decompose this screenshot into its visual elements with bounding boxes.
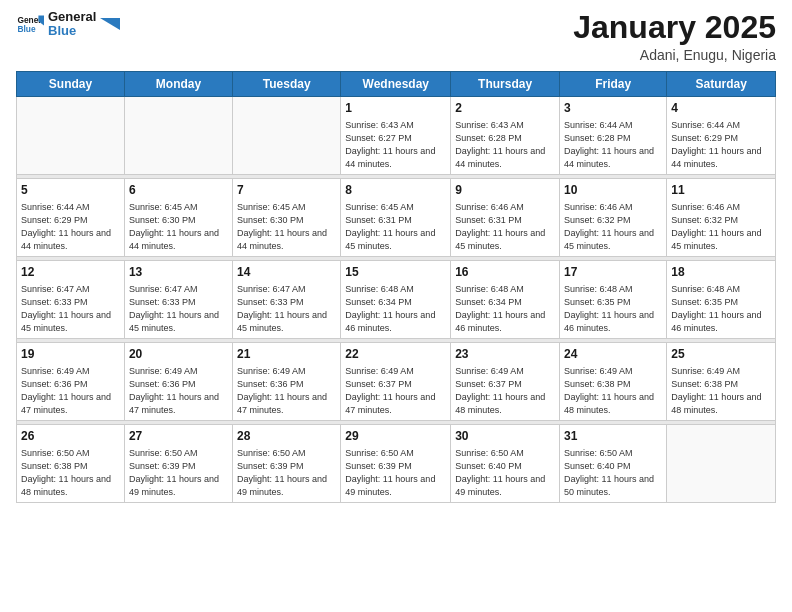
calendar-cell: 1Sunrise: 6:43 AM Sunset: 6:27 PM Daylig… bbox=[341, 97, 451, 175]
day-number: 13 bbox=[129, 264, 228, 281]
header: General Blue General Blue January 2025 A… bbox=[16, 10, 776, 63]
calendar-cell: 20Sunrise: 6:49 AM Sunset: 6:36 PM Dayli… bbox=[124, 343, 232, 421]
day-info: Sunrise: 6:50 AM Sunset: 6:40 PM Dayligh… bbox=[455, 447, 555, 499]
day-info: Sunrise: 6:48 AM Sunset: 6:35 PM Dayligh… bbox=[564, 283, 662, 335]
day-info: Sunrise: 6:49 AM Sunset: 6:36 PM Dayligh… bbox=[129, 365, 228, 417]
calendar-cell: 15Sunrise: 6:48 AM Sunset: 6:34 PM Dayli… bbox=[341, 261, 451, 339]
calendar-cell: 17Sunrise: 6:48 AM Sunset: 6:35 PM Dayli… bbox=[560, 261, 667, 339]
day-number: 11 bbox=[671, 182, 771, 199]
day-number: 6 bbox=[129, 182, 228, 199]
calendar-week-row: 12Sunrise: 6:47 AM Sunset: 6:33 PM Dayli… bbox=[17, 261, 776, 339]
calendar-cell: 11Sunrise: 6:46 AM Sunset: 6:32 PM Dayli… bbox=[667, 179, 776, 257]
calendar-cell: 22Sunrise: 6:49 AM Sunset: 6:37 PM Dayli… bbox=[341, 343, 451, 421]
day-number: 4 bbox=[671, 100, 771, 117]
calendar-cell bbox=[124, 97, 232, 175]
calendar-cell: 26Sunrise: 6:50 AM Sunset: 6:38 PM Dayli… bbox=[17, 425, 125, 503]
weekday-header-monday: Monday bbox=[124, 72, 232, 97]
calendar-cell: 24Sunrise: 6:49 AM Sunset: 6:38 PM Dayli… bbox=[560, 343, 667, 421]
logo-general-text: General bbox=[48, 10, 96, 24]
calendar-week-row: 19Sunrise: 6:49 AM Sunset: 6:36 PM Dayli… bbox=[17, 343, 776, 421]
day-number: 3 bbox=[564, 100, 662, 117]
day-number: 5 bbox=[21, 182, 120, 199]
calendar-cell: 19Sunrise: 6:49 AM Sunset: 6:36 PM Dayli… bbox=[17, 343, 125, 421]
day-number: 30 bbox=[455, 428, 555, 445]
calendar-cell: 30Sunrise: 6:50 AM Sunset: 6:40 PM Dayli… bbox=[451, 425, 560, 503]
day-number: 16 bbox=[455, 264, 555, 281]
day-info: Sunrise: 6:44 AM Sunset: 6:28 PM Dayligh… bbox=[564, 119, 662, 171]
calendar-table: SundayMondayTuesdayWednesdayThursdayFrid… bbox=[16, 71, 776, 503]
day-info: Sunrise: 6:48 AM Sunset: 6:35 PM Dayligh… bbox=[671, 283, 771, 335]
weekday-header-wednesday: Wednesday bbox=[341, 72, 451, 97]
calendar-cell: 21Sunrise: 6:49 AM Sunset: 6:36 PM Dayli… bbox=[233, 343, 341, 421]
day-info: Sunrise: 6:47 AM Sunset: 6:33 PM Dayligh… bbox=[129, 283, 228, 335]
day-number: 22 bbox=[345, 346, 446, 363]
day-number: 27 bbox=[129, 428, 228, 445]
day-info: Sunrise: 6:44 AM Sunset: 6:29 PM Dayligh… bbox=[21, 201, 120, 253]
day-info: Sunrise: 6:46 AM Sunset: 6:32 PM Dayligh… bbox=[564, 201, 662, 253]
weekday-header-thursday: Thursday bbox=[451, 72, 560, 97]
weekday-header-saturday: Saturday bbox=[667, 72, 776, 97]
calendar-cell: 10Sunrise: 6:46 AM Sunset: 6:32 PM Dayli… bbox=[560, 179, 667, 257]
day-info: Sunrise: 6:48 AM Sunset: 6:34 PM Dayligh… bbox=[455, 283, 555, 335]
calendar-cell: 28Sunrise: 6:50 AM Sunset: 6:39 PM Dayli… bbox=[233, 425, 341, 503]
logo: General Blue General Blue bbox=[16, 10, 120, 39]
month-title: January 2025 bbox=[573, 10, 776, 45]
day-number: 23 bbox=[455, 346, 555, 363]
day-info: Sunrise: 6:50 AM Sunset: 6:39 PM Dayligh… bbox=[345, 447, 446, 499]
calendar-cell: 9Sunrise: 6:46 AM Sunset: 6:31 PM Daylig… bbox=[451, 179, 560, 257]
day-info: Sunrise: 6:49 AM Sunset: 6:38 PM Dayligh… bbox=[564, 365, 662, 417]
calendar-cell bbox=[17, 97, 125, 175]
logo-icon: General Blue bbox=[16, 10, 44, 38]
day-number: 10 bbox=[564, 182, 662, 199]
calendar-cell: 23Sunrise: 6:49 AM Sunset: 6:37 PM Dayli… bbox=[451, 343, 560, 421]
calendar-cell: 12Sunrise: 6:47 AM Sunset: 6:33 PM Dayli… bbox=[17, 261, 125, 339]
title-block: January 2025 Adani, Enugu, Nigeria bbox=[573, 10, 776, 63]
calendar-cell: 16Sunrise: 6:48 AM Sunset: 6:34 PM Dayli… bbox=[451, 261, 560, 339]
day-info: Sunrise: 6:48 AM Sunset: 6:34 PM Dayligh… bbox=[345, 283, 446, 335]
day-number: 25 bbox=[671, 346, 771, 363]
day-info: Sunrise: 6:43 AM Sunset: 6:27 PM Dayligh… bbox=[345, 119, 446, 171]
day-number: 8 bbox=[345, 182, 446, 199]
day-number: 20 bbox=[129, 346, 228, 363]
location-subtitle: Adani, Enugu, Nigeria bbox=[573, 47, 776, 63]
day-number: 14 bbox=[237, 264, 336, 281]
day-info: Sunrise: 6:45 AM Sunset: 6:31 PM Dayligh… bbox=[345, 201, 446, 253]
day-info: Sunrise: 6:47 AM Sunset: 6:33 PM Dayligh… bbox=[21, 283, 120, 335]
day-number: 31 bbox=[564, 428, 662, 445]
weekday-header-tuesday: Tuesday bbox=[233, 72, 341, 97]
weekday-header-sunday: Sunday bbox=[17, 72, 125, 97]
calendar-cell: 2Sunrise: 6:43 AM Sunset: 6:28 PM Daylig… bbox=[451, 97, 560, 175]
day-number: 26 bbox=[21, 428, 120, 445]
calendar-cell: 31Sunrise: 6:50 AM Sunset: 6:40 PM Dayli… bbox=[560, 425, 667, 503]
calendar-cell: 8Sunrise: 6:45 AM Sunset: 6:31 PM Daylig… bbox=[341, 179, 451, 257]
day-number: 18 bbox=[671, 264, 771, 281]
calendar-cell: 14Sunrise: 6:47 AM Sunset: 6:33 PM Dayli… bbox=[233, 261, 341, 339]
day-number: 12 bbox=[21, 264, 120, 281]
day-info: Sunrise: 6:43 AM Sunset: 6:28 PM Dayligh… bbox=[455, 119, 555, 171]
day-info: Sunrise: 6:45 AM Sunset: 6:30 PM Dayligh… bbox=[129, 201, 228, 253]
calendar-week-row: 1Sunrise: 6:43 AM Sunset: 6:27 PM Daylig… bbox=[17, 97, 776, 175]
day-number: 28 bbox=[237, 428, 336, 445]
svg-text:Blue: Blue bbox=[17, 25, 35, 35]
logo-arrow-icon bbox=[100, 14, 120, 34]
day-info: Sunrise: 6:49 AM Sunset: 6:38 PM Dayligh… bbox=[671, 365, 771, 417]
calendar-week-row: 5Sunrise: 6:44 AM Sunset: 6:29 PM Daylig… bbox=[17, 179, 776, 257]
day-info: Sunrise: 6:50 AM Sunset: 6:40 PM Dayligh… bbox=[564, 447, 662, 499]
day-info: Sunrise: 6:49 AM Sunset: 6:37 PM Dayligh… bbox=[345, 365, 446, 417]
day-number: 21 bbox=[237, 346, 336, 363]
calendar-cell: 13Sunrise: 6:47 AM Sunset: 6:33 PM Dayli… bbox=[124, 261, 232, 339]
day-number: 24 bbox=[564, 346, 662, 363]
day-info: Sunrise: 6:49 AM Sunset: 6:36 PM Dayligh… bbox=[237, 365, 336, 417]
day-info: Sunrise: 6:50 AM Sunset: 6:38 PM Dayligh… bbox=[21, 447, 120, 499]
day-info: Sunrise: 6:50 AM Sunset: 6:39 PM Dayligh… bbox=[129, 447, 228, 499]
day-info: Sunrise: 6:46 AM Sunset: 6:31 PM Dayligh… bbox=[455, 201, 555, 253]
calendar-cell: 5Sunrise: 6:44 AM Sunset: 6:29 PM Daylig… bbox=[17, 179, 125, 257]
calendar-cell: 3Sunrise: 6:44 AM Sunset: 6:28 PM Daylig… bbox=[560, 97, 667, 175]
day-info: Sunrise: 6:45 AM Sunset: 6:30 PM Dayligh… bbox=[237, 201, 336, 253]
day-info: Sunrise: 6:49 AM Sunset: 6:36 PM Dayligh… bbox=[21, 365, 120, 417]
day-number: 7 bbox=[237, 182, 336, 199]
day-info: Sunrise: 6:47 AM Sunset: 6:33 PM Dayligh… bbox=[237, 283, 336, 335]
day-info: Sunrise: 6:46 AM Sunset: 6:32 PM Dayligh… bbox=[671, 201, 771, 253]
svg-marker-3 bbox=[100, 18, 120, 30]
day-info: Sunrise: 6:49 AM Sunset: 6:37 PM Dayligh… bbox=[455, 365, 555, 417]
